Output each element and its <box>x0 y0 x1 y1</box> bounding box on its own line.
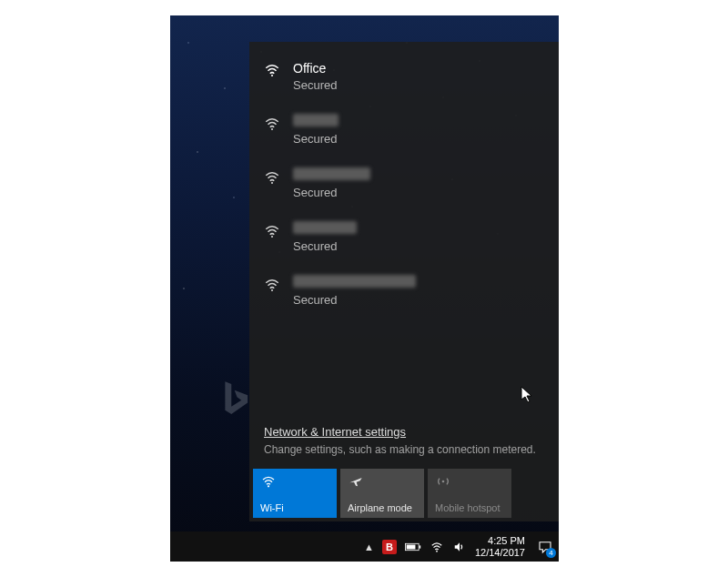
bing-logo <box>214 378 254 421</box>
tile-label: Mobile hotspot <box>435 502 504 514</box>
clock-date: 12/14/2017 <box>475 547 525 559</box>
tile-label: Airplane mode <box>348 502 417 514</box>
airplane-mode-tile[interactable]: Airplane mode <box>340 469 424 518</box>
quick-action-row: Wi-Fi Airplane mode Mobi <box>253 469 511 518</box>
network-name-redacted <box>293 221 357 234</box>
network-name-redacted <box>293 114 339 127</box>
taskbar-clock[interactable]: 4:25 PM 12/14/2017 <box>475 535 527 559</box>
mobile-hotspot-tile[interactable]: Mobile hotspot <box>428 469 511 518</box>
battery-icon[interactable] <box>405 542 421 552</box>
network-status: Secured <box>293 78 337 92</box>
clock-time: 4:25 PM <box>475 535 525 547</box>
svg-point-2 <box>271 182 273 184</box>
network-item[interactable]: Office Secured <box>249 49 559 103</box>
action-center-icon[interactable]: 4 <box>535 537 555 557</box>
network-settings-block: Network & Internet settings Change setti… <box>264 423 544 456</box>
network-status: Secured <box>293 239 357 253</box>
network-item[interactable]: Secured <box>249 264 559 318</box>
network-item[interactable]: Secured <box>249 157 559 210</box>
tray-overflow-icon[interactable]: ▲ <box>364 542 374 552</box>
network-status: Secured <box>293 293 416 307</box>
svg-point-10 <box>436 550 438 552</box>
system-tray: ▲ B <box>360 535 559 559</box>
svg-point-4 <box>271 289 273 291</box>
network-name-redacted <box>293 275 416 288</box>
network-status: Secured <box>293 186 370 199</box>
mouse-cursor-icon <box>521 386 533 404</box>
taskbar: ▲ B <box>170 531 559 562</box>
network-status: Secured <box>293 132 339 146</box>
network-tray-icon[interactable] <box>430 541 444 553</box>
airplane-icon <box>348 474 417 491</box>
hotspot-icon <box>435 474 504 491</box>
action-center-badge: 4 <box>546 548 556 558</box>
wifi-icon <box>260 474 329 491</box>
network-settings-desc: Change settings, such as making a connec… <box>264 443 544 456</box>
network-name: Office <box>293 60 337 76</box>
screenshot-frame: Office Secured Secured <box>170 15 559 562</box>
wifi-icon <box>264 275 284 293</box>
svg-point-5 <box>268 485 269 487</box>
wifi-icon <box>264 221 284 239</box>
wifi-icon <box>264 60 284 78</box>
wifi-tile[interactable]: Wi-Fi <box>253 469 337 518</box>
svg-point-0 <box>271 75 273 76</box>
network-list: Office Secured Secured <box>249 42 559 318</box>
tile-label: Wi-Fi <box>260 502 329 514</box>
wifi-icon <box>264 114 284 132</box>
svg-point-3 <box>271 236 273 238</box>
network-item[interactable]: Secured <box>249 103 559 157</box>
network-settings-link[interactable]: Network & Internet settings <box>264 425 406 439</box>
svg-rect-9 <box>407 544 416 549</box>
network-flyout: Office Secured Secured <box>249 42 559 521</box>
svg-rect-8 <box>419 545 420 548</box>
network-name-redacted <box>293 167 370 180</box>
tray-app-icon[interactable]: B <box>382 540 397 554</box>
network-item[interactable]: Secured <box>249 210 559 264</box>
svg-point-1 <box>271 128 273 130</box>
wifi-icon <box>264 167 284 186</box>
svg-point-6 <box>442 481 445 483</box>
volume-icon[interactable] <box>452 541 467 553</box>
